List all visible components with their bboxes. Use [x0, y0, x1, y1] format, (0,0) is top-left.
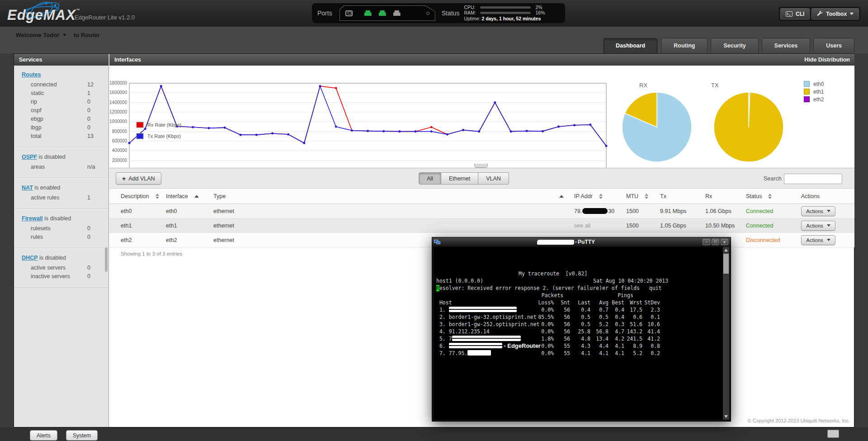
maximize-button[interactable]: □: [712, 239, 719, 245]
cli-button[interactable]: CLI: [780, 8, 810, 19]
sidebar-link-ospf[interactable]: OSPF: [22, 154, 37, 160]
sort-icon[interactable]: [599, 194, 603, 199]
tab-services[interactable]: Services: [762, 38, 810, 53]
filter-all[interactable]: All: [419, 172, 441, 185]
tab-security[interactable]: Security: [711, 38, 758, 53]
power-led-icon: [426, 12, 429, 15]
cell-tx: 1.05 Gbps: [660, 223, 705, 229]
stat-value: 13: [87, 133, 94, 139]
sidebar-section-state: is disabled: [38, 255, 66, 261]
putty-window-controls: -□x: [703, 239, 728, 245]
stat-row: connected12: [31, 81, 105, 90]
trademark: ™: [76, 8, 80, 13]
copyright-text: © Copyright 2012-2013 Ubiquiti Networks,…: [748, 418, 850, 423]
alerts-button[interactable]: Alerts: [30, 430, 57, 441]
column-label: Type: [213, 193, 226, 199]
legend-item-eth1: eth1: [804, 88, 824, 95]
traceroute-host: host1 (0.0.0.0): [436, 278, 483, 284]
ram-bar: [480, 12, 531, 14]
user-menu[interactable]: Welcome Todor: [16, 32, 66, 38]
column-header-sort[interactable]: [559, 195, 574, 198]
hop-value: 0.4: [570, 306, 590, 313]
ram-meter: RAM: 16%: [464, 10, 557, 15]
scroll-up-arrow[interactable]: [723, 247, 729, 253]
system-button[interactable]: System: [66, 430, 98, 441]
ram-label: RAM:: [464, 10, 480, 15]
actions-button[interactable]: Actions: [801, 206, 835, 216]
tab-dashboard[interactable]: Dashboard: [603, 38, 658, 53]
services-sidebar: Services Routesconnected12static1rip0osp…: [14, 54, 109, 427]
console-port-icon: [345, 10, 353, 16]
table-row-eth0[interactable]: eth0eth0ethernet78.3015009.91 Mbps1.06 G…: [109, 204, 854, 218]
to-router-link[interactable]: to Router: [74, 32, 100, 38]
sidebar-link-routes[interactable]: Routes: [22, 71, 41, 78]
column-header-interface[interactable]: Interface: [166, 193, 213, 199]
uptime-value: 2 days, 1 hour, 52 minutes: [482, 16, 541, 21]
main-tabs: DashboardRoutingSecurityServicesUsers: [603, 38, 854, 53]
column-header-rx[interactable]: Rx: [705, 193, 746, 199]
sort-icon[interactable]: [645, 194, 648, 199]
terminal-line: Resolver: Received error response 2. (se…: [436, 285, 729, 292]
hop-host: 3. border1-gw-252.optisprint.net: [436, 321, 535, 328]
stat-row: active servers0: [31, 265, 105, 273]
stat-row: ospf0: [31, 107, 105, 116]
stat-row: inactive servers0: [31, 273, 105, 282]
minimize-button[interactable]: -: [703, 239, 710, 245]
close-button[interactable]: x: [721, 239, 728, 245]
sidebar-link-nat[interactable]: NAT: [22, 185, 33, 191]
traceroute-row-7: 7. 77.95.0.0%554.14.14.15.20.2: [436, 350, 729, 357]
notification-widget[interactable]: [827, 430, 839, 438]
chart-collapse-handle[interactable]: [474, 164, 488, 168]
stat-label: total: [31, 133, 42, 139]
toolbox-button[interactable]: Toolbox: [811, 8, 859, 19]
sort-icon[interactable]: [768, 194, 772, 199]
stat-value: 0: [87, 225, 90, 232]
filter-ethernet[interactable]: Ethernet: [441, 172, 478, 185]
actions-label: Actions: [806, 237, 823, 243]
sidebar-link-firewall[interactable]: Firewall: [22, 215, 43, 222]
hop-value: 5.2: [590, 321, 609, 328]
stat-value: 0: [87, 124, 90, 131]
column-label: Tx: [660, 193, 666, 199]
cell-ip-addr: see all: [574, 223, 626, 229]
sort-icon[interactable]: [156, 194, 159, 199]
column-header-mtu[interactable]: MTU: [626, 193, 660, 199]
legend-label: eth2: [813, 96, 824, 103]
hop-value: 56: [554, 321, 570, 328]
svg-text:200000: 200000: [112, 158, 127, 163]
stat-label: rulesets: [31, 225, 51, 232]
add-vlan-button[interactable]: + Add VLAN: [116, 172, 161, 185]
scroll-down-arrow[interactable]: [723, 413, 729, 420]
bottom-bar: Alerts System: [0, 427, 868, 441]
putty-window[interactable]: -PuTTY -□x My traceroute [v0.82]host1 (0…: [432, 237, 731, 422]
column-header-type[interactable]: Type: [213, 193, 559, 199]
cell-rx: 1.06 Gbps: [705, 208, 746, 214]
redaction-box: [537, 240, 574, 245]
tab-users[interactable]: Users: [813, 38, 854, 53]
column-header-ip-addr[interactable]: IP Addr: [574, 193, 626, 199]
sidebar-link-dhcp[interactable]: DHCP: [22, 255, 38, 261]
search-input[interactable]: [784, 174, 842, 184]
traceroute-row-4: 4. 91.212.235.140.0%5625.856.84.7143.241…: [436, 328, 729, 335]
putty-titlebar[interactable]: -PuTTY -□x: [432, 237, 731, 247]
add-vlan-label: Add VLAN: [128, 175, 155, 182]
stat-label: ospf: [31, 107, 42, 114]
svg-text:1600000: 1600000: [109, 90, 127, 95]
terminal-output[interactable]: My traceroute [v0.82]host1 (0.0.0.0)Sat …: [434, 247, 729, 420]
tab-routing[interactable]: Routing: [661, 38, 708, 53]
stat-row: ebgp0: [31, 116, 105, 124]
column-header-status[interactable]: Status: [746, 193, 801, 199]
actions-button[interactable]: Actions: [801, 221, 835, 231]
column-header-tx[interactable]: Tx: [660, 193, 705, 199]
sort-asc-icon: [559, 195, 564, 198]
cell-description: eth0: [121, 208, 166, 214]
column-header-description[interactable]: Description: [121, 193, 166, 199]
column-header-actions[interactable]: Actions: [801, 193, 854, 199]
filter-vlan[interactable]: VLAN: [478, 172, 509, 185]
table-row-eth1[interactable]: eth1eth1ethernetsee all15001.05 Gbps10.5…: [109, 218, 854, 233]
actions-button[interactable]: Actions: [801, 235, 835, 245]
hide-distribution-link[interactable]: Hide Distribution: [804, 54, 850, 66]
sidebar-scrollbar-thumb[interactable]: [105, 247, 108, 272]
cell-interface: eth0: [166, 208, 213, 214]
stat-value: 0: [87, 273, 90, 280]
